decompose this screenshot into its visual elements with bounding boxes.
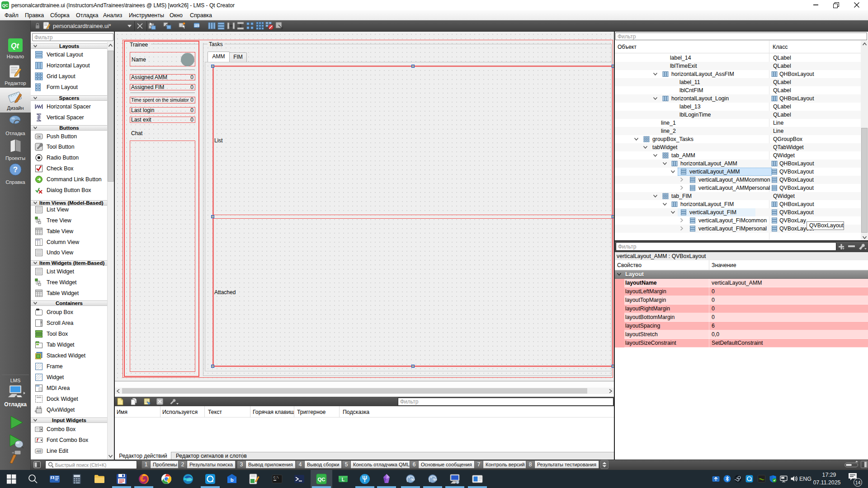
svg-text:L: L xyxy=(342,477,345,482)
svg-text:Qt: Qt xyxy=(11,42,19,50)
svg-text:OK: OK xyxy=(37,135,41,138)
svg-text:b: b xyxy=(231,477,234,483)
svg-text:QC: QC xyxy=(317,477,325,482)
svg-text:C:\: C:\ xyxy=(274,476,279,479)
svg-text:QC: QC xyxy=(2,3,9,8)
svg-text:123: 123 xyxy=(194,24,199,27)
svg-text:?: ? xyxy=(13,165,18,174)
svg-text:AB: AB xyxy=(36,450,40,453)
